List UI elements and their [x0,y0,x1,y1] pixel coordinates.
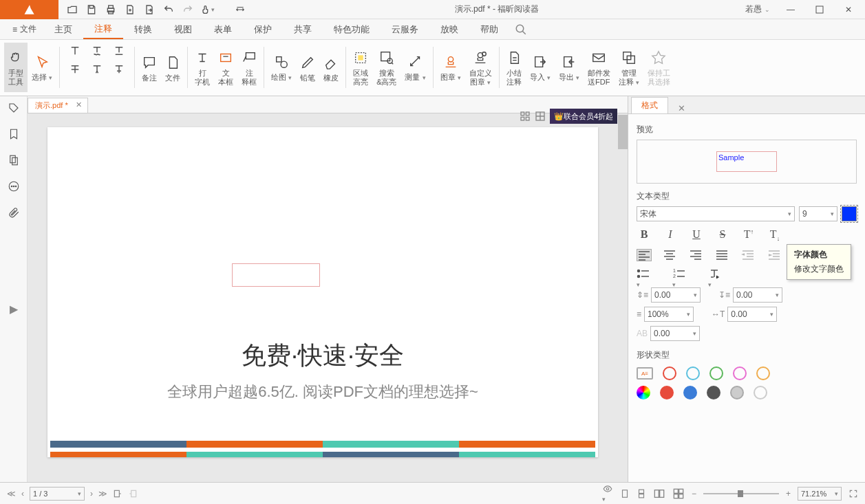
pdf-page[interactable]: 免费·快速·安全 全球用户超越6.5亿. 阅读PDF文档的理想选择~ [47,127,598,457]
minimize-button[interactable]: — [777,1,804,18]
zoom-input[interactable]: 71.21%▾ [798,487,842,501]
undo-icon[interactable] [160,1,177,18]
sidebar-comment-icon[interactable] [8,180,20,193]
shape-color-orange[interactable] [756,366,770,380]
indent-more-button[interactable] [767,249,782,261]
next-view-button[interactable] [128,489,138,498]
number-list-button[interactable]: 12▾ [672,268,687,281]
file-menu[interactable]: ≡ 文件 [6,23,43,35]
superscript-button[interactable]: T↑ [741,228,756,242]
underline-button[interactable] [109,43,129,58]
sidebar-pages-icon[interactable] [8,154,20,166]
custom-stamp-button[interactable]: 自定义图章 ▾ [465,43,496,92]
doc-right-icon[interactable] [141,1,158,18]
save-icon[interactable] [83,1,100,18]
zoom-out-button[interactable]: − [692,489,696,498]
bold-button[interactable]: B [637,228,652,242]
search-highlight-button[interactable]: 搜索&高亮 [372,43,401,92]
measure-button[interactable]: 测量 ▾ [401,43,429,92]
shape-fill-gray[interactable] [730,386,744,399]
align-right-button[interactable] [689,249,704,261]
shape-color-red[interactable] [663,366,676,380]
align-left-button[interactable] [637,249,652,261]
word-spacing-input[interactable]: 100%▾ [644,307,694,322]
tab-present[interactable]: 放映 [429,19,469,39]
text-box-button[interactable]: 文本框 [214,43,237,92]
shape-fill-light[interactable] [754,386,767,399]
italic-button[interactable]: I [663,228,678,242]
tab-cloud[interactable]: 云服务 [381,19,429,39]
sidebar-attachment-icon[interactable] [8,206,20,219]
panel-close-icon[interactable]: ✕ [674,103,690,113]
prev-view-button[interactable] [113,489,122,498]
bullet-list-button[interactable]: ▾ [637,268,652,281]
pencil-button[interactable]: 铅笔 [296,43,319,92]
vertical-scrollbar[interactable] [618,113,628,482]
prev-page-button[interactable]: ‹ [21,489,24,498]
last-page-button[interactable]: ≫ [98,489,107,498]
strikethrough-button[interactable]: S [715,228,730,242]
note-button[interactable]: 备注 [138,43,161,92]
shape-fill-red[interactable] [660,386,674,399]
replace-text-button[interactable] [87,61,107,77]
file-attachment-button[interactable]: 文件 [161,43,184,92]
reading-mode-icon[interactable]: ▾ [602,484,613,503]
shape-fill-dark[interactable] [707,386,720,399]
drawing-button[interactable]: 绘图 ▾ [267,43,296,92]
document-tab[interactable]: 演示.pdf *✕ [28,98,88,113]
font-size-select[interactable]: 9▾ [799,206,837,221]
document-canvas[interactable]: 免费·快速·安全 全球用户超越6.5亿. 阅读PDF文档的理想选择~ [28,113,618,482]
continuous-icon[interactable] [637,488,646,499]
facing-continuous-icon[interactable] [672,488,685,499]
list-view-icon[interactable] [535,111,546,122]
char-spacing-input[interactable]: 0.00▾ [727,307,777,322]
textbox-shape-icon[interactable]: A≡ [637,367,653,380]
strikeout-button[interactable] [65,61,85,77]
underline-format-button[interactable]: U [689,228,704,242]
next-page-button[interactable]: › [90,489,93,498]
hand-tool-button[interactable]: 手型工具 [4,43,28,92]
area-highlight-button[interactable]: 区域高亮 [349,43,372,92]
insert-text-button[interactable] [109,61,129,77]
mail-fdf-button[interactable]: 邮件发送FDF [584,43,615,92]
tab-share[interactable]: 共享 [283,19,323,39]
close-button[interactable]: ✕ [835,1,862,18]
close-tab-icon[interactable]: ✕ [76,100,82,109]
eraser-button[interactable]: 橡皮 [319,43,343,92]
shape-color-cyan[interactable] [686,366,700,380]
open-icon[interactable] [64,1,81,18]
typewriter-button[interactable]: 打字机 [191,43,214,92]
text-direction-button[interactable]: ▾ [708,268,723,281]
subscript-button[interactable]: T↓ [767,228,782,242]
shape-color-picker[interactable] [637,386,650,399]
align-center-button[interactable] [663,249,678,261]
text-edit-box[interactable] [232,263,320,287]
indent-less-button[interactable] [741,249,756,261]
promo-banner[interactable]: 👑 联合会员4折起 [550,109,617,124]
font-color-button[interactable] [842,206,857,221]
tab-home[interactable]: 主页 [43,19,83,39]
select-tool-button[interactable]: 选择 ▾ [28,43,56,92]
line-height-input[interactable]: 0.00▾ [651,287,701,303]
callout-button[interactable]: 注释框 [237,43,261,92]
print-icon[interactable] [103,1,119,18]
shape-fill-blue[interactable] [683,386,697,399]
stamp-button[interactable]: 图章 ▾ [436,43,465,92]
sidebar-expand-icon[interactable]: ▶ [10,303,18,316]
zoom-slider[interactable] [703,493,779,494]
tab-protect[interactable]: 保护 [243,19,283,39]
horizontal-scale-input[interactable]: 0.00▾ [650,326,700,341]
hand-pointer-icon[interactable]: ▾ [199,1,215,18]
first-page-button[interactable]: ≪ [7,489,16,498]
shape-color-green[interactable] [709,366,723,380]
import-button[interactable]: 导入 ▾ [526,43,555,92]
maximize-button[interactable] [806,1,833,18]
doc-plus-icon[interactable] [122,1,138,18]
sidebar-bookmark-icon[interactable] [8,128,20,140]
thumbnail-view-icon[interactable] [520,111,531,122]
app-logo[interactable] [0,0,58,19]
tab-convert[interactable]: 转换 [123,19,163,39]
single-page-icon[interactable] [620,488,630,499]
tab-help[interactable]: 帮助 [469,19,509,39]
page-number-input[interactable]: 1 / 3▾ [30,487,85,501]
